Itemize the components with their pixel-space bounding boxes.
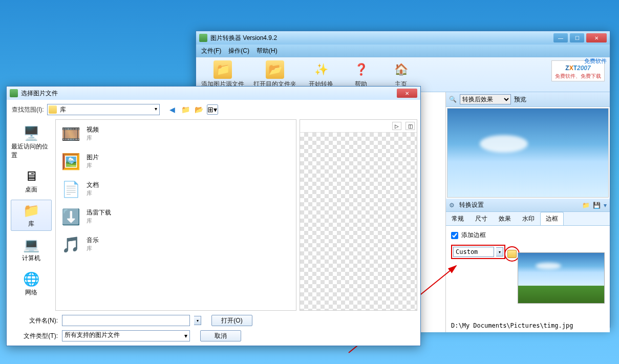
border-thumbnail (518, 252, 605, 304)
tab-watermark[interactable]: 水印 (517, 212, 540, 225)
save-icon[interactable]: 💾 (593, 202, 601, 209)
up-button[interactable]: 📁 (180, 104, 191, 115)
recent-icon: 🖥️ (23, 125, 39, 141)
sidebar-item-recent[interactable]: 🖥️ 最近访问的位置 (11, 122, 52, 162)
app-icon (199, 34, 207, 42)
dialog-preview-pane: ▷ ◫ (300, 119, 417, 311)
sidebar-item-computer[interactable]: 💻 计算机 (11, 234, 52, 265)
effect-combo[interactable]: 转换后效果 (460, 94, 511, 104)
home-icon: 🏠 (392, 60, 410, 79)
network-icon: 🌐 (23, 271, 39, 287)
tool-add-source[interactable]: 📁 添加图片源文件 (201, 60, 244, 89)
list-item[interactable]: 🎞️ 视频库 (56, 120, 296, 147)
gear-icon: ⚙ (449, 202, 456, 209)
minimize-button[interactable]: — (553, 33, 568, 42)
pictures-library-icon: 🖼️ (60, 151, 81, 172)
free-software-label: 免费软件 (584, 57, 607, 65)
border-tab-body: 添加边框 Custom ▾ D:\My Documents\Pictures\t… (446, 226, 610, 332)
preview-play-button[interactable]: ▷ (392, 122, 401, 130)
border-path: D:\My Documents\Pictures\timg.jpg (451, 322, 573, 329)
list-item[interactable]: ⬇️ 迅雷下载库 (56, 203, 296, 230)
places-bar: 🖥️ 最近访问的位置 🖥 桌面 📁 库 💻 计算机 🌐 网络 (7, 119, 55, 311)
highlight-rect: Custom ▾ (451, 245, 505, 259)
chevron-down-icon[interactable]: ▾ (604, 202, 607, 209)
filename-label: 文件名(N): (12, 316, 58, 325)
tab-effect[interactable]: 效果 (493, 212, 517, 225)
dialog-title: 选择图片文件 (21, 89, 397, 98)
sidebar-item-network[interactable]: 🌐 网络 (11, 268, 52, 299)
maximize-button[interactable]: ☐ (570, 33, 584, 42)
add-border-checkbox[interactable]: 添加边框 (451, 231, 605, 240)
menu-help[interactable]: 帮助(H) (257, 47, 278, 55)
settings-tabs: 常规 尺寸 效果 水印 边框 (446, 212, 610, 226)
preview-toggle-button[interactable]: ◫ (405, 122, 415, 130)
filetype-combo[interactable]: 所有支持的图片文件 (62, 330, 190, 341)
filename-history[interactable]: ▾ (194, 316, 201, 325)
tool-help[interactable]: ❓ 帮助 (346, 60, 376, 89)
menu-file[interactable]: 文件(F) (201, 47, 221, 55)
list-item[interactable]: 🖼️ 图片库 (56, 147, 296, 175)
settings-label: 转换设置 (459, 201, 579, 209)
tab-general[interactable]: 常规 (446, 212, 469, 225)
tool-open-dest[interactable]: 📂 打开目的文件夹 (253, 60, 296, 89)
browse-border-button[interactable] (507, 250, 517, 258)
tool-home[interactable]: 🏠 主页 (386, 60, 416, 89)
list-item[interactable]: 🎵 音乐库 (56, 230, 296, 258)
libraries-icon: 📁 (23, 202, 39, 219)
preview-checker (300, 133, 417, 310)
file-dialog: 选择图片文件 ✕ 查找范围(I): 库 ◀ 📁 📂 ⊞▾ 🖥️ 最近访问的位置 (6, 86, 421, 346)
search-icon: 🔍 (449, 96, 457, 103)
sidebar-item-desktop[interactable]: 🖥 桌面 (11, 165, 52, 197)
dialog-titlebar[interactable]: 选择图片文件 ✕ (7, 87, 420, 100)
file-list[interactable]: 🎞️ 视频库 🖼️ 图片库 📄 文档库 ⬇️ 迅雷下载库 🎵 音乐库 (55, 119, 296, 311)
tab-size[interactable]: 尺寸 (469, 212, 493, 225)
dialog-icon (10, 89, 18, 97)
filetype-label: 文件类型(T): (12, 332, 58, 340)
border-combo-dropdown[interactable]: ▾ (496, 247, 503, 256)
documents-library-icon: 📄 (60, 178, 81, 200)
new-folder-button[interactable]: 📂 (194, 104, 205, 115)
main-titlebar[interactable]: 图片转换器 Version4.9.2 — ☐ ✕ (196, 31, 610, 45)
sidebar-item-libraries[interactable]: 📁 库 (11, 200, 52, 231)
dialog-lookin-row: 查找范围(I): 库 ◀ 📁 📂 ⊞▾ (7, 100, 420, 119)
video-library-icon: 🎞️ (60, 123, 81, 144)
border-combo[interactable]: Custom (453, 247, 494, 257)
folder-plus-icon: 📁 (214, 60, 232, 79)
main-title: 图片转换器 Version4.9.2 (210, 34, 553, 42)
tab-border[interactable]: 边框 (540, 212, 564, 225)
tool-convert[interactable]: ✨ 开始转换 (306, 60, 336, 89)
help-icon: ❓ (352, 60, 370, 79)
filename-input[interactable] (62, 315, 190, 326)
cancel-button[interactable]: 取消 (200, 330, 241, 341)
back-button[interactable]: ◀ (167, 104, 178, 115)
list-item[interactable]: 📄 文档库 (56, 175, 296, 203)
preview-image (447, 108, 609, 198)
menu-operate[interactable]: 操作(C) (228, 47, 249, 55)
download-library-icon: ⬇️ (60, 206, 81, 227)
desktop-icon: 🖥 (23, 168, 39, 184)
lookin-label: 查找范围(I): (12, 105, 44, 114)
open-button[interactable]: 打开(O) (211, 315, 252, 326)
right-panel: 🔍 转换后效果 预览 ⚙ 转换设置 📁 💾 ▾ 常规 尺寸 效果 水印 边框 (446, 92, 610, 332)
menubar: 文件(F) 操作(C) 帮助(H) (196, 45, 610, 57)
wand-icon: ✨ (312, 60, 330, 79)
folder-icon[interactable]: 📁 (582, 202, 590, 209)
dialog-close-button[interactable]: ✕ (397, 89, 417, 98)
computer-icon: 💻 (23, 237, 39, 253)
music-library-icon: 🎵 (60, 233, 81, 255)
lookin-combo[interactable]: 库 (47, 104, 160, 115)
close-button[interactable]: ✕ (586, 33, 607, 42)
view-mode-button[interactable]: ⊞▾ (207, 104, 218, 115)
preview-label: 预览 (514, 95, 526, 104)
folder-open-icon: 📂 (266, 60, 284, 79)
